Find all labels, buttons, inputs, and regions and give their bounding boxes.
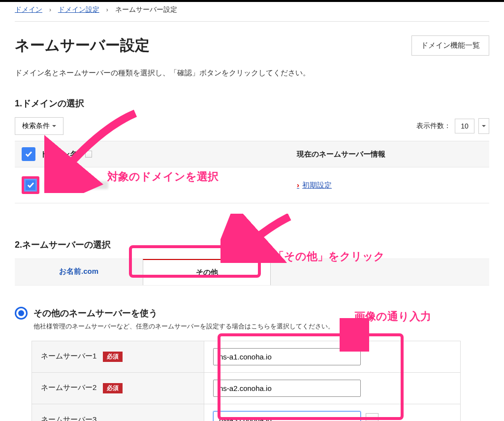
ns-row-1: ネームサーバー1 必須 xyxy=(32,341,461,373)
breadcrumb-current: ネームサーバー設定 xyxy=(115,5,177,13)
breadcrumb-link-domain[interactable]: ドメイン xyxy=(15,5,42,13)
ns3-input[interactable] xyxy=(213,411,361,421)
ns1-label: ネームサーバー1 xyxy=(41,352,96,360)
row-checkbox[interactable] xyxy=(22,176,39,194)
sort-icon[interactable] xyxy=(85,151,92,158)
ns-row-3: ネームサーバー3 − xyxy=(32,404,461,421)
arrow-icon xyxy=(220,214,294,263)
ns2-label: ネームサーバー2 xyxy=(41,383,96,391)
select-all-checkbox[interactable] xyxy=(22,147,35,161)
pagesize-value[interactable]: 10 xyxy=(455,119,474,133)
caret-down-icon xyxy=(52,125,56,129)
page-title: ネームサーバー設定 xyxy=(15,35,150,56)
filter-button[interactable]: 検索条件 xyxy=(15,117,63,135)
ns3-label: ネームサーバー3 xyxy=(41,415,96,421)
domain-table: ドメイン名 現在のネームサーバー情報 初期設 xyxy=(15,141,489,203)
required-badge: 必須 xyxy=(103,352,123,362)
section-2-title: 2.ネームサーバーの選択 xyxy=(15,239,489,251)
tab-oname[interactable]: お名前.com xyxy=(15,259,143,285)
domain-name-redacted xyxy=(44,181,108,189)
tab-other[interactable]: その他 xyxy=(143,259,271,285)
domain-features-button[interactable]: ドメイン機能一覧 xyxy=(411,35,489,56)
radio-checked-icon xyxy=(18,310,24,316)
chevron-right-icon: › xyxy=(106,6,108,13)
radio-desc: 他社様管理のネームサーバーなど、任意のネームサーバーを設定する場合はこちらを選択… xyxy=(33,322,334,331)
col-domain-label: ドメイン名 xyxy=(40,150,77,159)
breadcrumb-link-domain-settings[interactable]: ドメイン設定 xyxy=(58,5,99,13)
section-1-title: 1.ドメインの選択 xyxy=(15,97,489,109)
nameserver-form: ネームサーバー1 必須 ネームサーバー2 必須 ネームサーバー3 − xyxy=(32,341,461,421)
caret-down-icon xyxy=(482,125,486,129)
table-row: 初期設定 xyxy=(15,167,489,203)
chevron-right-icon: › xyxy=(49,6,51,13)
breadcrumb: ドメイン › ドメイン設定 › ネームサーバー設定 xyxy=(15,2,489,22)
required-badge: 必須 xyxy=(103,383,123,393)
radio-other-ns[interactable] xyxy=(15,307,28,320)
ns1-input[interactable] xyxy=(213,348,361,365)
ns-row-2: ネームサーバー2 必須 xyxy=(32,373,461,404)
description: ドメイン名とネームサーバーの種類を選択し、「確認」ボタンをクリックしてください。 xyxy=(15,68,489,78)
ns2-input[interactable] xyxy=(213,380,361,397)
ns-tabs: お名前.com その他 xyxy=(15,259,489,286)
ns-info-link[interactable]: 初期設定 xyxy=(297,181,332,189)
col-ns-label: 現在のネームサーバー情報 xyxy=(290,141,489,167)
pagesize-dropdown-button[interactable] xyxy=(478,118,489,134)
table-header-row: ドメイン名 現在のネームサーバー情報 xyxy=(15,141,489,167)
radio-title: その他のネームサーバーを使う xyxy=(33,307,334,319)
remove-ns-button[interactable]: − xyxy=(366,413,378,421)
pagesize-label: 表示件数： xyxy=(416,122,451,130)
filter-button-label: 検索条件 xyxy=(22,122,50,130)
